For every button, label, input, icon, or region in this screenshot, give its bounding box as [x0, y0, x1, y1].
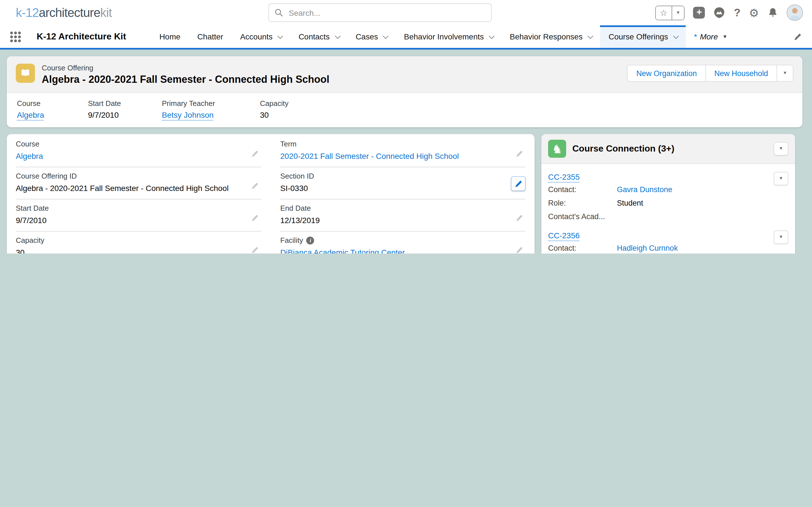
field-facility: Facilityi DiBianca Academic Tutoring Cen… [280, 231, 525, 253]
page-title: Algebra - 2020-2021 Fall Semester - Conn… [42, 74, 329, 86]
field-section-id: Section ID SI-0330 [280, 167, 525, 200]
course-connection-link[interactable]: CC-2356 [548, 231, 580, 240]
logo-part-2: architecture [39, 5, 100, 19]
row-actions-button[interactable]: ▼ [774, 230, 788, 244]
record-action-buttons: New Organization New Household ▼ [627, 65, 794, 82]
field-start-date: Start Date 9/7/2010 [16, 200, 261, 231]
edit-pencil-icon[interactable] [513, 148, 525, 160]
chevron-down-icon: ▼ [779, 176, 783, 181]
tab-more[interactable]: *More▼ [686, 25, 736, 48]
chevron-down-icon: ▼ [783, 71, 787, 75]
logo-part-3: kit [100, 5, 112, 19]
course-connection-card: ♞ Course Connection (3+) ▼ CC-2355 ▼ Con… [541, 134, 795, 253]
highlights-panel: Course Algebra Start Date 9/7/2010 Prima… [7, 93, 802, 127]
chevron-down-icon[interactable] [673, 33, 679, 39]
new-organization-button[interactable]: New Organization [628, 65, 705, 81]
highlight-start-date: Start Date 9/7/2010 [88, 99, 162, 119]
chevron-down-icon[interactable] [383, 33, 389, 39]
chevron-down-icon[interactable] [335, 33, 340, 39]
user-avatar[interactable] [786, 4, 803, 21]
edit-pencil-icon[interactable] [249, 148, 261, 160]
tab-behavior-responses[interactable]: Behavior Responses [501, 25, 600, 48]
details-left-column: Course Algebra Course Offering ID Algebr… [16, 135, 261, 253]
edit-nav-pencil-icon[interactable] [794, 25, 802, 48]
row-actions-button[interactable]: ▼ [774, 172, 788, 185]
header-actions: ☆ ▼ + ? ⚙ [655, 0, 803, 25]
related-list-title: Course Connection (3+) [572, 144, 674, 154]
new-household-button[interactable]: New Household [705, 65, 777, 81]
more-actions-dropdown-button[interactable]: ▼ [776, 65, 793, 81]
trailhead-icon[interactable] [714, 7, 725, 18]
edit-pencil-icon-active[interactable] [511, 176, 525, 191]
course-connection-icon: ♞ [548, 140, 566, 158]
app-navigation-bar: K-12 Architecture Kit Home Chatter Accou… [0, 25, 812, 48]
favorite-star-icon[interactable]: ☆ [656, 6, 671, 19]
nav-tabs: Home Chatter Accounts Contacts Cases Beh… [151, 25, 736, 48]
help-icon[interactable]: ? [734, 6, 741, 19]
edit-pencil-icon[interactable] [513, 212, 525, 224]
record-header-text: Course Offering Algebra - 2020-2021 Fall… [42, 64, 329, 86]
search-icon [274, 8, 283, 17]
edit-pencil-icon[interactable] [513, 244, 525, 253]
record-header-card: Course Offering Algebra - 2020-2021 Fall… [7, 56, 802, 127]
chevron-down-icon: ▼ [779, 235, 783, 239]
edit-pencil-icon[interactable] [249, 244, 261, 253]
field-end-date: End Date 12/13/2019 [280, 200, 525, 231]
related-list-header: ♞ Course Connection (3+) ▼ [541, 134, 795, 164]
tab-accounts[interactable]: Accounts [232, 25, 290, 48]
field-capacity: Capacity 30 [16, 231, 261, 253]
global-search[interactable] [268, 3, 492, 22]
record-details-card: Course Algebra Course Offering ID Algebr… [7, 134, 535, 253]
tab-behavior-involvements[interactable]: Behavior Involvements [396, 25, 501, 48]
app-name: K-12 Architecture Kit [37, 32, 126, 42]
tab-home[interactable]: Home [151, 25, 189, 48]
field-course: Course Algebra [16, 135, 261, 167]
favorites-dropdown-icon[interactable]: ▼ [671, 6, 684, 19]
field-term: Term 2020-2021 Fall Semester - Connected… [280, 135, 525, 167]
chevron-down-icon[interactable] [588, 33, 593, 39]
field-course-offering-id: Course Offering ID Algebra - 2020-2021 F… [16, 167, 261, 200]
app-launcher-icon[interactable] [10, 31, 21, 42]
list-item: CC-2355 ▼ Contact:Gavra Dunstone Role:St… [548, 167, 788, 226]
chevron-down-icon[interactable] [278, 33, 283, 39]
search-input[interactable] [288, 8, 486, 18]
tab-chatter[interactable]: Chatter [189, 25, 232, 48]
favorites-button-group: ☆ ▼ [655, 5, 685, 20]
entity-label: Course Offering [42, 64, 329, 72]
course-connection-link[interactable]: CC-2355 [548, 172, 580, 181]
related-list-menu-button[interactable]: ▼ [774, 142, 788, 156]
highlight-capacity: Capacity 30 [260, 99, 294, 119]
course-offering-object-icon [16, 64, 35, 83]
highlight-course: Course Algebra [17, 99, 88, 119]
record-header-top: Course Offering Algebra - 2020-2021 Fall… [7, 56, 802, 93]
global-header: k-12architecturekit ☆ ▼ + ? ⚙ [0, 0, 812, 25]
chevron-down-icon[interactable] [489, 33, 495, 39]
related-list-body: CC-2355 ▼ Contact:Gavra Dunstone Role:St… [541, 164, 795, 253]
details-right-column: Term 2020-2021 Fall Semester - Connected… [280, 135, 525, 253]
main-content: Course Offering Algebra - 2020-2021 Fall… [0, 50, 812, 253]
primary-teacher-link[interactable]: Betsy Johnson [162, 110, 214, 119]
facility-link[interactable]: DiBianca Academic Tutoring Center [280, 248, 405, 253]
chevron-down-icon: ▼ [779, 147, 783, 151]
tab-contacts[interactable]: Contacts [290, 25, 347, 48]
quick-create-icon[interactable]: + [693, 7, 705, 18]
contact-link[interactable]: Gavra Dunstone [617, 185, 672, 194]
course-link[interactable]: Algebra [16, 152, 43, 161]
tab-course-offerings[interactable]: Course Offerings [600, 25, 686, 48]
tab-cases[interactable]: Cases [347, 25, 395, 48]
contact-link[interactable]: Hadleigh Curnnok [617, 244, 678, 252]
more-dropdown-icon[interactable]: ▼ [722, 34, 727, 40]
edit-pencil-icon[interactable] [249, 212, 261, 224]
brand-logo: k-12architecturekit [16, 5, 112, 20]
course-link[interactable]: Algebra [17, 110, 44, 119]
info-icon[interactable]: i [306, 236, 314, 244]
edit-pencil-icon[interactable] [249, 180, 261, 192]
term-link[interactable]: 2020-2021 Fall Semester - Connected High… [280, 152, 459, 161]
notifications-bell-icon[interactable] [767, 7, 778, 18]
app-window: k-12architecturekit ☆ ▼ + ? ⚙ [0, 0, 812, 253]
list-item: CC-2356 ▼ Contact:Hadleigh Curnnok Role:… [548, 226, 788, 253]
setup-gear-icon[interactable]: ⚙ [749, 6, 759, 19]
logo-part-1: k-12 [16, 5, 39, 19]
highlight-primary-teacher: Primary Teacher Betsy Johnson [162, 99, 260, 119]
